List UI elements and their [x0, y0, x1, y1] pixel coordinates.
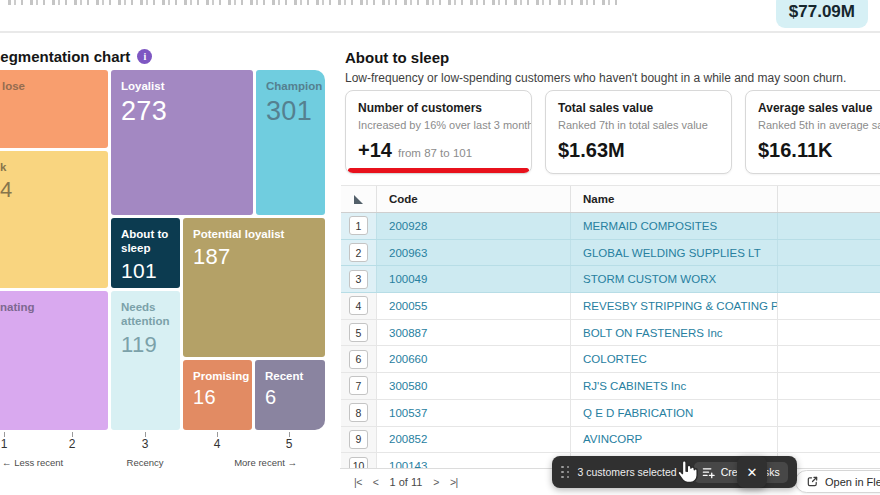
segment-label: Promising: [193, 369, 252, 383]
segment-recent[interactable]: Recent6: [255, 360, 325, 430]
table-row-3[interactable]: 3100049STORM CUSTOM WORX: [341, 266, 880, 293]
stat-card-1[interactable]: Total sales valueRanked 7th in total sal…: [545, 90, 732, 174]
customer-name-cell[interactable]: STORM CUSTOM WORX: [571, 266, 778, 292]
customer-code-cell[interactable]: 100537: [377, 400, 571, 426]
axis-label-less-recent: ← Less recent: [2, 457, 63, 468]
segment-value: 273: [121, 96, 253, 127]
row-number-box[interactable]: 8: [349, 403, 368, 422]
table-row-5[interactable]: 5300887BOLT ON FASTENERS Inc: [341, 320, 880, 347]
row-number-box[interactable]: 6: [349, 350, 368, 369]
segment-potential-loyalist[interactable]: Potential loyalist187: [183, 218, 325, 357]
drag-handle-icon[interactable]: [561, 466, 570, 479]
row-number-cell: 4: [341, 293, 377, 319]
segment-about-to-sleep[interactable]: About to sleep101: [111, 218, 180, 288]
blank-cell: [778, 213, 880, 239]
segment-value: 6: [265, 386, 325, 409]
customer-code-cell[interactable]: 200963: [377, 240, 571, 266]
segment-about-to-lose[interactable]: lose: [0, 70, 108, 148]
open-in-flex-mode-label: Open in Flex Mode: [825, 476, 880, 488]
segment-label: Recent: [265, 369, 325, 383]
blank-cell: [778, 346, 880, 372]
stat-card-value-row: +14from 87 to 101: [358, 139, 472, 162]
segment-label: nating: [0, 300, 62, 314]
table-row-4[interactable]: 4200055REVESBY STRIPPING & COATING P/: [341, 293, 880, 320]
header-divider: [0, 31, 880, 33]
segment-value: 4: [0, 177, 108, 203]
axis-tick-label: 3: [142, 437, 149, 451]
table-row-7[interactable]: 7300580RJ'S CABINETS Inc: [341, 373, 880, 400]
column-header-name[interactable]: Name: [571, 186, 778, 212]
blank-cell: [778, 427, 880, 453]
open-in-flex-mode-button[interactable]: Open in Flex Mode: [795, 470, 880, 493]
row-number-box[interactable]: 5: [349, 323, 368, 342]
customer-code-cell[interactable]: 300580: [377, 373, 571, 399]
segmentation-chart-header: segmentation chart i: [0, 48, 152, 65]
column-header-code[interactable]: Code: [377, 186, 571, 212]
row-number-box[interactable]: 1: [349, 216, 368, 235]
stat-cards: Number of customersIncreased by 16% over…: [345, 90, 880, 174]
customer-code-cell[interactable]: 200055: [377, 293, 571, 319]
row-number-box[interactable]: 3: [349, 270, 368, 289]
blank-cell: [778, 373, 880, 399]
row-number-box[interactable]: 4: [349, 296, 368, 315]
segment-at-risk[interactable]: k4: [0, 151, 108, 288]
customer-name-cell[interactable]: BOLT ON FASTENERS Inc: [571, 320, 778, 346]
customer-name-cell[interactable]: GLOBAL WELDING SUPPLIES LT: [571, 240, 778, 266]
table-row-2[interactable]: 2200963GLOBAL WELDING SUPPLIES LT: [341, 240, 880, 267]
row-number-box[interactable]: 2: [349, 243, 368, 262]
customer-code-cell[interactable]: 200660: [377, 346, 571, 372]
pagination-next-button[interactable]: >: [433, 476, 439, 488]
segment-loyalist[interactable]: Loyalist273: [111, 70, 253, 215]
pagination-prev-button[interactable]: <: [373, 476, 379, 488]
segment-value: 187: [193, 244, 325, 270]
customer-code-cell[interactable]: 300887: [377, 320, 571, 346]
segment-value: 16: [193, 386, 252, 409]
table-body: 1200928MERMAID COMPOSITES2200963GLOBAL W…: [341, 213, 880, 480]
table-row-6[interactable]: 6200660COLORTEC: [341, 346, 880, 373]
segment-description: Low-frequency or low-spending customers …: [345, 71, 846, 85]
blank-cell: [778, 400, 880, 426]
selection-count-label: 3 customers selected: [578, 466, 677, 478]
table-row-8[interactable]: 8100537Q E D FABRICATION: [341, 400, 880, 427]
customer-name-cell[interactable]: Q E D FABRICATION: [571, 400, 778, 426]
segment-hibernating[interactable]: nating: [0, 291, 108, 430]
customer-code-cell[interactable]: 200928: [377, 213, 571, 239]
stat-card-title: Average sales value: [758, 101, 880, 115]
customer-name-cell[interactable]: COLORTEC: [571, 346, 778, 372]
customer-name-cell[interactable]: RJ'S CABINETS Inc: [571, 373, 778, 399]
select-all-corner[interactable]: [341, 186, 377, 212]
segment-label: k: [0, 160, 62, 174]
row-number-cell: 9: [341, 427, 377, 453]
segment-label: lose: [2, 79, 64, 93]
row-number-box[interactable]: 9: [349, 430, 368, 449]
stat-card-2[interactable]: Average sales valueRanked 5th in average…: [745, 90, 880, 174]
segment-value: 101: [121, 259, 180, 283]
pagination-last-button[interactable]: >|: [450, 476, 458, 488]
table-row-9[interactable]: 9200852AVINCORP: [341, 427, 880, 454]
stat-card-value-suffix: from 87 to 101: [398, 147, 472, 159]
stat-card-subtitle: Ranked 5th in average sales value: [758, 119, 880, 131]
stat-card-value-row: $16.11K: [758, 139, 833, 162]
axis-tick-label: 4: [214, 437, 221, 451]
clipped-text-remnant: [8, 0, 620, 5]
table-row-1[interactable]: 1200928MERMAID COMPOSITES: [341, 213, 880, 240]
customers-table: Code Name 1200928MERMAID COMPOSITES22009…: [341, 185, 880, 480]
pagination-first-button[interactable]: |<: [354, 476, 362, 488]
segment-champion[interactable]: Champion301: [256, 70, 325, 215]
customer-code-cell[interactable]: 100049: [377, 266, 571, 292]
row-number-cell: 6: [341, 346, 377, 372]
toolbar-close-button[interactable]: ✕: [737, 456, 767, 488]
row-number-cell: 8: [341, 400, 377, 426]
stat-card-title: Total sales value: [558, 101, 719, 115]
customer-name-cell[interactable]: MERMAID COMPOSITES: [571, 213, 778, 239]
segment-promising[interactable]: Promising16: [183, 360, 252, 430]
customer-name-cell[interactable]: AVINCORP: [571, 427, 778, 453]
customer-name-cell[interactable]: REVESBY STRIPPING & COATING P/: [571, 293, 778, 319]
customer-code-cell[interactable]: 200852: [377, 427, 571, 453]
info-icon[interactable]: i: [137, 49, 152, 64]
segment-needs-attention[interactable]: Needs attention119: [111, 291, 180, 430]
create-tasks-icon: [702, 466, 715, 479]
blank-cell: [778, 320, 880, 346]
row-number-box[interactable]: 7: [349, 376, 368, 395]
stat-card-0[interactable]: Number of customersIncreased by 16% over…: [345, 90, 532, 174]
